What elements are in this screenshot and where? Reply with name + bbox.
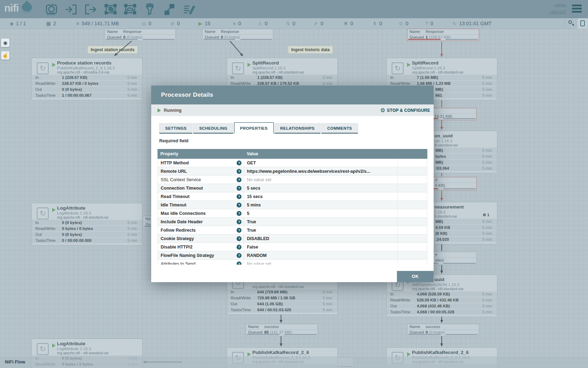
help-icon[interactable]: ?: [237, 186, 241, 191]
running-icon: [247, 63, 251, 67]
backpressure-bar: [446, 334, 478, 335]
running-icon: [407, 63, 411, 67]
help-icon[interactable]: ?: [237, 169, 241, 174]
stat-row: Read/Write228.57 KB / 0 bytes5 min: [32, 80, 142, 86]
running-icon: [52, 63, 56, 67]
help-icon[interactable]: ?: [237, 219, 241, 224]
stopped-icon: ■: [233, 21, 236, 26]
global-menu-button[interactable]: [572, 5, 582, 14]
running-icon: [52, 343, 56, 348]
property-value-cell[interactable]: https://www.pegelonline.wsv.de/webservic…: [244, 167, 398, 175]
property-extra-cell: [398, 201, 427, 209]
processor-name: PublishKafkaRecord_2_6: [412, 350, 469, 355]
processor-log-attribute[interactable]: ↻LogAttributeLogAttribute 1.16.3org.apac…: [31, 203, 142, 245]
property-value-cell[interactable]: RANDOM: [244, 251, 398, 259]
hand-tool-icon[interactable]: ☝: [1, 51, 9, 60]
funnel-icon[interactable]: [143, 3, 156, 16]
backpressure-bar: [247, 334, 279, 335]
refresh-icon[interactable]: ↻: [453, 21, 457, 26]
remote-process-group-icon[interactable]: [124, 3, 137, 16]
running-icon: [52, 208, 56, 212]
arrowhead-icon: [440, 198, 443, 201]
property-value-cell[interactable]: 15 secs: [244, 192, 398, 200]
help-icon[interactable]: ?: [237, 203, 241, 207]
backpressure-bar: [240, 39, 272, 40]
property-name-cell: Remote URL?: [158, 167, 244, 175]
process-group-icon[interactable]: [104, 3, 117, 16]
processor-icon: ↻: [37, 62, 49, 74]
property-value-cell[interactable]: 5 secs: [244, 184, 398, 192]
help-icon[interactable]: ?: [237, 253, 241, 258]
property-row: Disable HTTP/2?False: [158, 243, 427, 251]
stat-row: Read/Write528.59 KB / 432.48 KB5 min: [387, 297, 497, 303]
property-name-cell: Max Idle Connections?: [158, 209, 244, 217]
arrowhead-icon: [280, 343, 282, 346]
property-value-cell[interactable]: GET: [244, 159, 398, 167]
circle-tool-icon[interactable]: ◉: [1, 39, 9, 47]
help-icon[interactable]: ?: [237, 228, 241, 233]
help-icon[interactable]: ?: [237, 236, 241, 241]
processor-stats: In644 (729.89 MB)5 minRead/Write729.89 M…: [227, 289, 337, 313]
property-value-cell[interactable]: No value set: [244, 176, 398, 184]
nifi-drop-icon: [20, 1, 34, 15]
divider: [564, 18, 565, 29]
property-name-cell: Attributes to Send?: [158, 260, 244, 265]
processor-bundle: org.apache.nifi - nifi-standard-nar: [412, 287, 463, 291]
status-item-cluster: ◈1 / 1: [10, 18, 26, 29]
property-value-cell[interactable]: 5 mins: [244, 201, 398, 209]
template-icon[interactable]: [163, 3, 176, 16]
label-ingest-station-records[interactable]: Ingest station records: [88, 46, 138, 54]
tab-relationships[interactable]: RELATIONSHIPS: [274, 123, 321, 134]
output-port-icon[interactable]: [84, 3, 97, 16]
run-status-label: Running: [164, 108, 182, 113]
input-port-icon[interactable]: [64, 3, 78, 16]
connection-success-right[interactable]: NamesuccessQueued0 (0 bytes): [407, 324, 479, 336]
property-value-cell[interactable]: False: [244, 243, 398, 251]
breadcrumb[interactable]: NiFi Flow: [5, 359, 25, 364]
stale-icon: ⬆: [373, 21, 377, 26]
search-icon[interactable]: [567, 20, 576, 27]
property-name-cell: Read Timeout?: [158, 192, 244, 200]
processor-type: SplitRecord 1.16.3: [412, 66, 445, 70]
property-row: Max Idle Connections?5: [158, 209, 427, 218]
running-icon: [158, 108, 161, 113]
stop-and-configure-button[interactable]: ⚙ STOP & CONFIGURE: [380, 107, 430, 114]
property-name-cell: Cookie Strategy?: [158, 234, 244, 243]
processor-stats: In0 (0 bytes)5 minRead/Write0 bytes / 0 …: [32, 219, 142, 243]
help-icon[interactable]: ?: [237, 261, 241, 265]
connection-response-3[interactable]: NameResponseQueued1 (228.57 KB): [407, 29, 479, 41]
label-ingest-historic-data[interactable]: Ingest historic data: [288, 46, 333, 54]
tab-properties[interactable]: PROPERTIES: [234, 122, 274, 134]
stat-row: Read/Write729.89 MB / 1.06 GB5 min: [227, 295, 337, 301]
tab-scheduling[interactable]: SCHEDULING: [193, 123, 233, 134]
tab-comments[interactable]: COMMENTS: [321, 123, 358, 134]
help-icon[interactable]: ?: [237, 161, 241, 165]
property-value-cell[interactable]: True: [244, 226, 398, 234]
connection-name-row: Namesuccess: [246, 324, 317, 330]
property-value-cell[interactable]: DISABLED: [244, 234, 398, 243]
property-value-cell[interactable]: True: [244, 218, 398, 226]
property-extra-cell: [398, 234, 427, 243]
connection-response-1[interactable]: NameResponseQueued0 (0 bytes): [105, 29, 176, 41]
connection-success-mid[interactable]: NamesuccessQueued85 (141.37 MB): [246, 324, 318, 336]
cluster-icon: ◈: [10, 21, 14, 26]
help-icon[interactable]: ?: [237, 245, 241, 250]
tab-settings[interactable]: SETTINGS: [159, 123, 192, 134]
backpressure-bar: [443, 118, 476, 119]
property-value-cell[interactable]: 5: [244, 209, 398, 217]
processor-produce-station-records[interactable]: ↻Produce station recordsPublishKafkaReco…: [31, 58, 142, 100]
help-icon[interactable]: ?: [237, 177, 241, 182]
backpressure-bar: [446, 39, 478, 40]
arrowhead-icon: [440, 320, 443, 323]
property-value-cell[interactable]: No value set: [244, 260, 398, 265]
ok-button[interactable]: OK: [397, 271, 434, 282]
panel-toggle-icon[interactable]: [578, 18, 588, 29]
help-icon[interactable]: ?: [237, 194, 241, 199]
connection-response-2[interactable]: NameResponseQueued0 (0 bytes): [202, 29, 273, 41]
processor-icon[interactable]: [45, 3, 58, 16]
logout-link[interactable]: LOG OUT: [550, 10, 566, 14]
status-item-up-to-date: ✔0: [314, 18, 323, 29]
help-icon[interactable]: ?: [237, 211, 241, 216]
current-user: admin: [554, 3, 566, 8]
label-icon[interactable]: [182, 3, 196, 16]
